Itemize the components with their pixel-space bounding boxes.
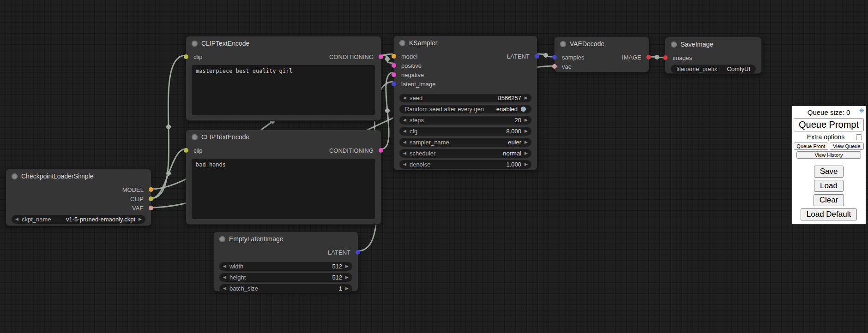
decrement-arrow-icon[interactable]: ◀ <box>15 217 18 221</box>
decrement-arrow-icon[interactable]: ◀ <box>403 118 406 122</box>
increment-arrow-icon[interactable]: ▶ <box>524 140 528 144</box>
queue-prompt-button[interactable]: Queue Prompt <box>794 118 864 131</box>
widget-value: 1.000 <box>506 161 522 168</box>
width-widget[interactable]: ◀ width 512 ▶ <box>219 262 352 271</box>
vae-input-dot[interactable] <box>552 64 557 69</box>
node-collapse-icon[interactable] <box>399 40 405 46</box>
input-label-clip: clip <box>193 147 203 154</box>
view-history-button[interactable]: View History <box>796 151 861 159</box>
increment-arrow-icon[interactable]: ▶ <box>524 118 528 122</box>
output-label-latent: LATENT <box>507 53 530 60</box>
decrement-arrow-icon[interactable]: ◀ <box>223 264 226 268</box>
conditioning-output-dot[interactable] <box>379 148 383 153</box>
slot-row: LATENT <box>214 248 358 257</box>
increment-arrow-icon[interactable]: ▶ <box>524 162 528 166</box>
decrement-arrow-icon[interactable]: ◀ <box>223 275 226 279</box>
node-ksampler[interactable]: KSampler model LATENT positive negative … <box>393 36 537 170</box>
decrement-arrow-icon[interactable]: ◀ <box>403 96 406 100</box>
input-label-positive: positive <box>401 62 422 69</box>
images-input-dot[interactable] <box>663 55 668 60</box>
load-default-button[interactable]: Load Default <box>801 208 857 220</box>
scheduler-widget[interactable]: ◀ scheduler normal ▶ <box>399 149 531 158</box>
node-clip-text-encode-positive[interactable]: CLIPTextEncode clip CONDITIONING masterp… <box>186 36 381 121</box>
node-collapse-icon[interactable] <box>12 173 18 179</box>
sampler-name-widget[interactable]: ◀ sampler_name euler ▶ <box>399 138 531 147</box>
link-midpoint-dot <box>166 171 171 176</box>
prompt-textarea[interactable]: masterpiece best quality girl <box>192 65 375 115</box>
steps-widget[interactable]: ◀ steps 20 ▶ <box>399 116 531 125</box>
slot-row: clip CONDITIONING <box>186 52 381 61</box>
widget-value: 512 <box>332 274 342 281</box>
positive-input-dot[interactable] <box>392 63 396 68</box>
node-canvas[interactable]: CheckpointLoaderSimple MODEL CLIP VAE ◀ … <box>0 0 868 333</box>
view-queue-button[interactable]: View Queue <box>830 143 864 150</box>
ckpt-name-widget[interactable]: ◀ ckpt_name v1-5-pruned-emaonly.ckpt ▶ <box>12 215 145 224</box>
denoise-widget[interactable]: ◀ denoise 1.000 ▶ <box>399 160 531 169</box>
node-collapse-icon[interactable] <box>219 236 225 242</box>
height-widget[interactable]: ◀ height 512 ▶ <box>219 273 352 282</box>
toggle-on-icon[interactable] <box>521 107 526 112</box>
load-button[interactable]: Load <box>814 180 844 192</box>
cfg-widget[interactable]: ◀ cfg 8.000 ▶ <box>399 127 531 136</box>
node-title-bar[interactable]: VAEDecode <box>555 37 649 51</box>
image-output-dot[interactable] <box>646 55 651 59</box>
decrement-arrow-icon[interactable]: ◀ <box>403 151 406 155</box>
widget-label: denoise <box>410 161 431 168</box>
latent-output-dot[interactable] <box>535 54 539 59</box>
queue-size-label: Queue size: 0 <box>808 108 850 116</box>
model-input-dot[interactable] <box>392 54 396 59</box>
negative-input-dot[interactable] <box>392 72 396 77</box>
latent-output-dot[interactable] <box>356 250 360 255</box>
increment-arrow-icon[interactable]: ▶ <box>345 286 349 291</box>
clear-button[interactable]: Clear <box>814 194 844 206</box>
random-seed-toggle-widget[interactable]: Random seed after every gen enabled <box>399 105 531 113</box>
settings-icon[interactable]: ❋ <box>859 107 864 114</box>
node-title-bar[interactable]: CLIPTextEncode <box>186 130 381 144</box>
node-collapse-icon[interactable] <box>192 134 198 140</box>
slot-row: samples IMAGE <box>555 53 649 62</box>
node-title-bar[interactable]: CLIPTextEncode <box>186 36 381 50</box>
increment-arrow-icon[interactable]: ▶ <box>139 217 142 221</box>
node-collapse-icon[interactable] <box>192 41 198 47</box>
decrement-arrow-icon[interactable]: ◀ <box>223 286 226 291</box>
decrement-arrow-icon[interactable]: ◀ <box>403 162 406 166</box>
widget-label: Random seed after every gen <box>405 106 484 113</box>
widget-label: batch_size <box>229 285 258 292</box>
node-collapse-icon[interactable] <box>560 41 566 47</box>
batch-size-widget[interactable]: ◀ batch_size 1 ▶ <box>219 284 352 293</box>
vae-output-dot[interactable] <box>149 206 153 210</box>
extra-options-checkbox[interactable] <box>856 134 862 140</box>
node-collapse-icon[interactable] <box>671 42 677 48</box>
widget-value: v1-5-pruned-emaonly.ckpt <box>66 216 135 223</box>
node-title-bar[interactable]: CheckpointLoaderSimple <box>6 169 151 183</box>
node-title-bar[interactable]: EmptyLatentImage <box>214 232 358 246</box>
node-title-bar[interactable]: KSampler <box>394 36 537 50</box>
node-checkpoint-loader[interactable]: CheckpointLoaderSimple MODEL CLIP VAE ◀ … <box>6 169 151 226</box>
filename-prefix-widget[interactable]: filename_prefix ComfyUI <box>671 65 756 73</box>
clip-output-dot[interactable] <box>149 196 153 201</box>
node-title-bar[interactable]: SaveImage <box>665 37 761 51</box>
node-vae-decode[interactable]: VAEDecode samples IMAGE vae <box>554 36 649 72</box>
increment-arrow-icon[interactable]: ▶ <box>345 275 349 279</box>
input-label-samples: samples <box>562 54 584 61</box>
queue-front-button[interactable]: Queue Front <box>794 143 828 150</box>
decrement-arrow-icon[interactable]: ◀ <box>403 140 406 144</box>
increment-arrow-icon[interactable]: ▶ <box>345 264 349 268</box>
clip-input-dot[interactable] <box>184 148 188 153</box>
model-output-dot[interactable] <box>149 187 153 192</box>
prompt-textarea[interactable]: bad hands <box>192 159 375 219</box>
clip-input-dot[interactable] <box>184 54 188 59</box>
increment-arrow-icon[interactable]: ▶ <box>524 96 528 100</box>
save-button[interactable]: Save <box>814 166 844 178</box>
seed-widget[interactable]: ◀ seed 8566257 ▶ <box>399 94 531 102</box>
increment-arrow-icon[interactable]: ▶ <box>524 151 528 155</box>
increment-arrow-icon[interactable]: ▶ <box>524 129 528 133</box>
samples-input-dot[interactable] <box>552 55 557 59</box>
decrement-arrow-icon[interactable]: ◀ <box>403 129 406 133</box>
latent-image-input-dot[interactable] <box>392 82 396 86</box>
node-empty-latent-image[interactable]: EmptyLatentImage LATENT ◀ width 512 ▶ ◀ … <box>213 232 358 291</box>
node-clip-text-encode-negative[interactable]: CLIPTextEncode clip CONDITIONING bad han… <box>186 130 381 225</box>
widget-label: filename_prefix <box>676 65 717 72</box>
node-save-image[interactable]: SaveImage images filename_prefix ComfyUI <box>665 37 762 74</box>
conditioning-output-dot[interactable] <box>379 54 383 59</box>
